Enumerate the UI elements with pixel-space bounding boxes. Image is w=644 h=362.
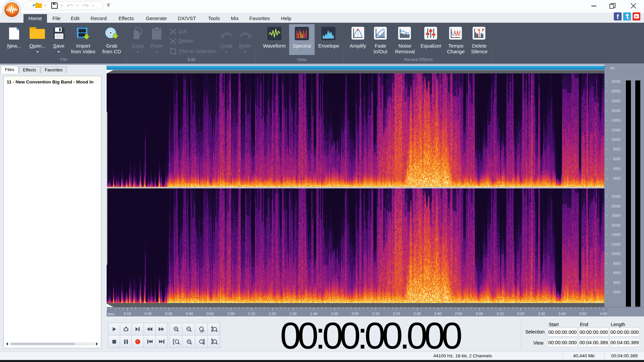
svg-text:100: 100: [200, 331, 203, 333]
